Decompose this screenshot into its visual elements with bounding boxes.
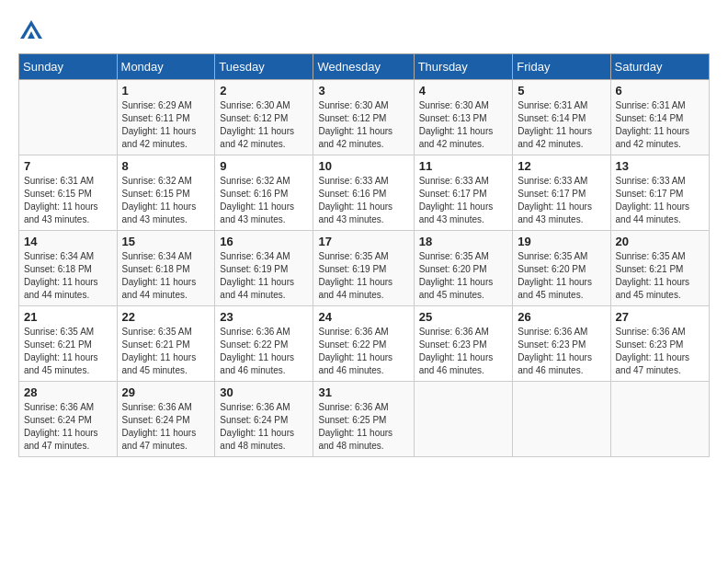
day-number: 29 [122, 385, 210, 399]
calendar-cell: 10Sunrise: 6:33 AM Sunset: 6:16 PM Dayli… [313, 155, 414, 231]
day-header-thursday: Thursday [414, 54, 513, 80]
calendar-cell: 8Sunrise: 6:32 AM Sunset: 6:15 PM Daylig… [117, 155, 215, 231]
calendar-cell: 28Sunrise: 6:36 AM Sunset: 6:24 PM Dayli… [19, 382, 118, 457]
day-info: Sunrise: 6:30 AM Sunset: 6:12 PM Dayligh… [318, 99, 408, 151]
week-row-1: 1Sunrise: 6:29 AM Sunset: 6:11 PM Daylig… [19, 80, 710, 155]
calendar-cell: 30Sunrise: 6:36 AM Sunset: 6:24 PM Dayli… [215, 382, 313, 457]
day-number: 7 [24, 159, 112, 173]
day-number: 11 [419, 159, 508, 173]
day-number: 8 [122, 159, 210, 173]
day-info: Sunrise: 6:30 AM Sunset: 6:12 PM Dayligh… [220, 99, 308, 151]
day-number: 21 [24, 310, 112, 324]
day-info: Sunrise: 6:34 AM Sunset: 6:18 PM Dayligh… [122, 250, 210, 302]
day-info: Sunrise: 6:36 AM Sunset: 6:22 PM Dayligh… [220, 326, 308, 377]
calendar-cell: 16Sunrise: 6:34 AM Sunset: 6:19 PM Dayli… [215, 231, 313, 306]
week-row-2: 7Sunrise: 6:31 AM Sunset: 6:15 PM Daylig… [19, 155, 710, 231]
day-info: Sunrise: 6:36 AM Sunset: 6:23 PM Dayligh… [419, 326, 508, 377]
day-info: Sunrise: 6:36 AM Sunset: 6:25 PM Dayligh… [318, 401, 408, 453]
day-header-tuesday: Tuesday [215, 54, 313, 80]
day-info: Sunrise: 6:36 AM Sunset: 6:23 PM Dayligh… [616, 326, 704, 377]
day-info: Sunrise: 6:35 AM Sunset: 6:20 PM Dayligh… [518, 250, 605, 302]
day-header-sunday: Sunday [19, 54, 118, 80]
day-number: 28 [24, 385, 112, 399]
week-row-5: 28Sunrise: 6:36 AM Sunset: 6:24 PM Dayli… [19, 382, 710, 457]
calendar-cell: 7Sunrise: 6:31 AM Sunset: 6:15 PM Daylig… [19, 155, 118, 231]
calendar-cell: 26Sunrise: 6:36 AM Sunset: 6:23 PM Dayli… [513, 306, 610, 382]
day-header-friday: Friday [513, 54, 610, 80]
calendar-cell: 4Sunrise: 6:30 AM Sunset: 6:13 PM Daylig… [414, 80, 513, 155]
day-info: Sunrise: 6:33 AM Sunset: 6:17 PM Dayligh… [518, 175, 605, 226]
week-row-3: 14Sunrise: 6:34 AM Sunset: 6:18 PM Dayli… [19, 231, 710, 306]
calendar-cell: 23Sunrise: 6:36 AM Sunset: 6:22 PM Dayli… [215, 306, 313, 382]
day-number: 1 [122, 84, 210, 98]
day-number: 3 [318, 84, 408, 98]
calendar-cell: 18Sunrise: 6:35 AM Sunset: 6:20 PM Dayli… [414, 231, 513, 306]
day-info: Sunrise: 6:31 AM Sunset: 6:14 PM Dayligh… [616, 99, 704, 151]
calendar-cell: 17Sunrise: 6:35 AM Sunset: 6:19 PM Dayli… [313, 231, 414, 306]
day-number: 15 [122, 235, 210, 248]
calendar-cell: 15Sunrise: 6:34 AM Sunset: 6:18 PM Dayli… [117, 231, 215, 306]
day-number: 20 [616, 235, 704, 248]
calendar-cell: 5Sunrise: 6:31 AM Sunset: 6:14 PM Daylig… [513, 80, 610, 155]
calendar-cell: 11Sunrise: 6:33 AM Sunset: 6:17 PM Dayli… [414, 155, 513, 231]
calendar-cell [610, 382, 709, 457]
day-header-monday: Monday [117, 54, 215, 80]
calendar-cell [414, 382, 513, 457]
calendar-cell: 19Sunrise: 6:35 AM Sunset: 6:20 PM Dayli… [513, 231, 610, 306]
day-number: 24 [318, 310, 408, 324]
day-info: Sunrise: 6:36 AM Sunset: 6:24 PM Dayligh… [122, 401, 210, 453]
calendar-cell: 6Sunrise: 6:31 AM Sunset: 6:14 PM Daylig… [610, 80, 709, 155]
day-info: Sunrise: 6:30 AM Sunset: 6:13 PM Dayligh… [419, 99, 508, 151]
calendar-cell: 24Sunrise: 6:36 AM Sunset: 6:22 PM Dayli… [313, 306, 414, 382]
day-number: 16 [220, 235, 308, 248]
day-number: 25 [419, 310, 508, 324]
day-number: 19 [518, 235, 605, 248]
day-number: 31 [318, 385, 408, 399]
calendar-cell: 20Sunrise: 6:35 AM Sunset: 6:21 PM Dayli… [610, 231, 709, 306]
day-info: Sunrise: 6:36 AM Sunset: 6:24 PM Dayligh… [24, 401, 112, 453]
calendar-cell: 2Sunrise: 6:30 AM Sunset: 6:12 PM Daylig… [215, 80, 313, 155]
day-info: Sunrise: 6:35 AM Sunset: 6:21 PM Dayligh… [24, 326, 112, 377]
day-number: 6 [616, 84, 704, 98]
calendar-cell [513, 382, 610, 457]
day-info: Sunrise: 6:33 AM Sunset: 6:16 PM Dayligh… [318, 175, 408, 226]
day-number: 26 [518, 310, 605, 324]
day-info: Sunrise: 6:35 AM Sunset: 6:19 PM Dayligh… [318, 250, 408, 302]
day-number: 27 [616, 310, 704, 324]
calendar-table: SundayMondayTuesdayWednesdayThursdayFrid… [18, 53, 710, 457]
day-info: Sunrise: 6:34 AM Sunset: 6:18 PM Dayligh… [24, 250, 112, 302]
day-number: 23 [220, 310, 308, 324]
calendar-cell: 22Sunrise: 6:35 AM Sunset: 6:21 PM Dayli… [117, 306, 215, 382]
day-info: Sunrise: 6:31 AM Sunset: 6:15 PM Dayligh… [24, 175, 112, 226]
day-info: Sunrise: 6:32 AM Sunset: 6:15 PM Dayligh… [122, 175, 210, 226]
day-info: Sunrise: 6:33 AM Sunset: 6:17 PM Dayligh… [616, 175, 704, 226]
calendar-cell: 14Sunrise: 6:34 AM Sunset: 6:18 PM Dayli… [19, 231, 118, 306]
day-number: 9 [220, 159, 308, 173]
day-info: Sunrise: 6:34 AM Sunset: 6:19 PM Dayligh… [220, 250, 308, 302]
day-number: 2 [220, 84, 308, 98]
day-number: 17 [318, 235, 408, 248]
calendar-cell [19, 80, 118, 155]
day-number: 13 [616, 159, 704, 173]
calendar-cell: 27Sunrise: 6:36 AM Sunset: 6:23 PM Dayli… [610, 306, 709, 382]
day-header-saturday: Saturday [610, 54, 709, 80]
calendar-cell: 25Sunrise: 6:36 AM Sunset: 6:23 PM Dayli… [414, 306, 513, 382]
day-header-row: SundayMondayTuesdayWednesdayThursdayFrid… [19, 54, 710, 80]
day-info: Sunrise: 6:29 AM Sunset: 6:11 PM Dayligh… [122, 99, 210, 151]
day-number: 5 [518, 84, 605, 98]
calendar-cell: 29Sunrise: 6:36 AM Sunset: 6:24 PM Dayli… [117, 382, 215, 457]
page-header [18, 18, 710, 44]
day-info: Sunrise: 6:35 AM Sunset: 6:21 PM Dayligh… [122, 326, 210, 377]
calendar-cell: 31Sunrise: 6:36 AM Sunset: 6:25 PM Dayli… [313, 382, 414, 457]
day-info: Sunrise: 6:35 AM Sunset: 6:21 PM Dayligh… [616, 250, 704, 302]
day-number: 12 [518, 159, 605, 173]
calendar-cell: 3Sunrise: 6:30 AM Sunset: 6:12 PM Daylig… [313, 80, 414, 155]
day-info: Sunrise: 6:36 AM Sunset: 6:23 PM Dayligh… [518, 326, 605, 377]
logo-icon [18, 18, 44, 44]
day-number: 4 [419, 84, 508, 98]
calendar-cell: 12Sunrise: 6:33 AM Sunset: 6:17 PM Dayli… [513, 155, 610, 231]
day-info: Sunrise: 6:35 AM Sunset: 6:20 PM Dayligh… [419, 250, 508, 302]
calendar-cell: 9Sunrise: 6:32 AM Sunset: 6:16 PM Daylig… [215, 155, 313, 231]
day-info: Sunrise: 6:33 AM Sunset: 6:17 PM Dayligh… [419, 175, 508, 226]
logo [18, 18, 48, 44]
